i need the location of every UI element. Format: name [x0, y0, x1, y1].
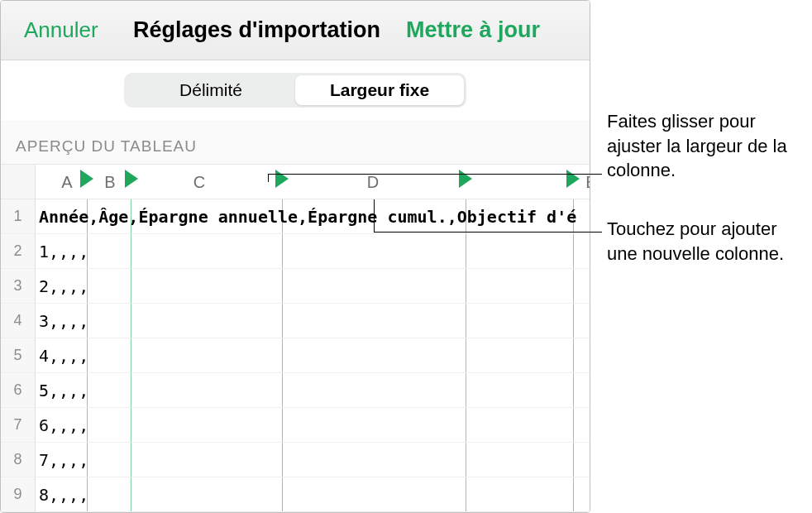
callout-leader: [374, 199, 375, 232]
row-number: 4: [1, 304, 36, 338]
section-label-text: APERÇU DU TABLEAU: [16, 137, 197, 156]
callout-tap-text: Touchez pour ajouter une nouvelle colonn…: [607, 217, 802, 266]
table-row: 2 1,,,,: [1, 234, 590, 269]
table-row: 3 2,,,,: [1, 269, 590, 304]
callout-leader: [268, 174, 602, 175]
column-handle-icon[interactable]: [80, 170, 93, 188]
col-label-a: A: [50, 165, 84, 199]
row-text: 5,,,,: [39, 373, 88, 407]
callout-leader: [374, 232, 602, 233]
row-number: 7: [1, 408, 36, 442]
row-text: 1,,,,: [39, 234, 88, 268]
table-row: 8 7,,,,: [1, 443, 590, 477]
col-label-d: D: [356, 165, 389, 199]
row-number: 1: [1, 199, 36, 233]
import-settings-pane: Annuler Réglages d'importation Mettre à …: [0, 0, 590, 513]
callout-leader: [268, 174, 269, 182]
table-body: 1 Année,Âge,Épargne annuelle,Épargne cum…: [1, 199, 590, 512]
column-handle-icon[interactable]: [275, 170, 289, 188]
row-number: 8: [1, 443, 36, 477]
section-label: APERÇU DU TABLEAU: [1, 120, 590, 165]
col-label-b: B: [93, 165, 127, 199]
table-row: 9 8,,,,: [1, 477, 590, 512]
header-bar: Annuler Réglages d'importation Mettre à …: [1, 1, 590, 60]
callout-drag-text: Faites glisser pour ajuster la largeur d…: [607, 109, 802, 183]
row-text: 7,,,,: [39, 443, 88, 477]
row-text: 6,,,,: [39, 408, 88, 442]
row-text: Année,Âge,Épargne annuelle,Épargne cumul…: [39, 199, 576, 233]
column-handle-icon[interactable]: [459, 170, 472, 188]
table-preview: A B C D E 1 Année,Âge,Épargne annuelle,É…: [1, 165, 590, 512]
row-number: 3: [1, 269, 36, 303]
table-row: 6 5,,,,: [1, 373, 590, 408]
row-number: 6: [1, 373, 36, 407]
update-button[interactable]: Mettre à jour: [406, 17, 540, 43]
row-text: 4,,,,: [39, 338, 88, 372]
page-title: Réglages d'importation: [133, 17, 380, 43]
table-row: 4 3,,,,: [1, 304, 590, 338]
tab-fixed-width[interactable]: Largeur fixe: [295, 75, 464, 105]
segmented-control: Délimité Largeur fixe: [124, 73, 466, 108]
row-text: 8,,,,: [39, 477, 88, 511]
row-number: 5: [1, 338, 36, 372]
column-ruler[interactable]: A B C D E: [1, 165, 590, 199]
col-label-c: C: [183, 165, 216, 199]
segmented-wrap: Délimité Largeur fixe: [1, 60, 590, 120]
table-row: 1 Année,Âge,Épargne annuelle,Épargne cum…: [1, 199, 590, 234]
table-row: 7 6,,,,: [1, 408, 590, 443]
row-number: 2: [1, 234, 36, 268]
row-text: 3,,,,: [39, 304, 88, 338]
column-handle-icon[interactable]: [566, 170, 580, 188]
tab-delimited[interactable]: Délimité: [127, 75, 295, 105]
row-number: 9: [1, 477, 36, 511]
column-handle-icon[interactable]: [125, 170, 138, 188]
row-text: 2,,,,: [39, 269, 88, 303]
cancel-button[interactable]: Annuler: [24, 17, 98, 43]
table-row: 5 4,,,,: [1, 338, 590, 373]
rownum-header-corner: [1, 165, 36, 199]
